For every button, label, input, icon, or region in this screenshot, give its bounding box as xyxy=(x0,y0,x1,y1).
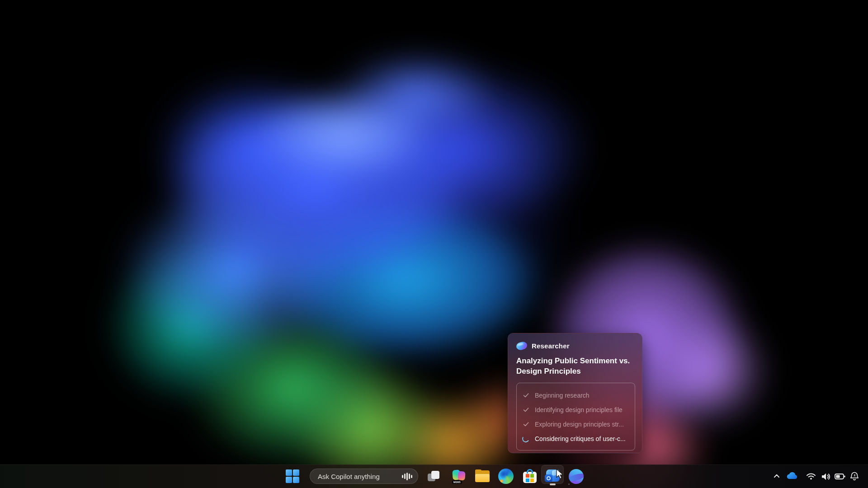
research-step: Beginning research xyxy=(522,388,630,403)
researcher-running-indicator xyxy=(568,483,570,485)
researcher-logo-icon xyxy=(515,341,528,351)
edge-button[interactable] xyxy=(497,467,515,485)
task-view-icon xyxy=(427,469,440,483)
check-icon xyxy=(522,406,529,413)
microsoft-store-icon xyxy=(523,469,537,483)
edge-icon xyxy=(498,469,514,484)
voice-waveform-icon[interactable] xyxy=(402,472,412,481)
hidden-icons-chevron[interactable] xyxy=(770,469,783,483)
search-placeholder: Ask Copilot anything xyxy=(318,473,380,480)
do-not-disturb-bell-icon[interactable]: z xyxy=(848,469,861,483)
onedrive-cloud-icon[interactable] xyxy=(786,469,798,483)
copilot-search-input[interactable]: Ask Copilot anything xyxy=(310,469,418,484)
bloom-wallpaper xyxy=(0,0,868,488)
researcher-planet-icon xyxy=(569,469,584,484)
m365-copilot-icon: M365 xyxy=(451,469,467,484)
microsoft-store-button[interactable] xyxy=(521,467,539,485)
file-explorer-icon xyxy=(475,469,490,483)
battery-icon[interactable] xyxy=(834,469,846,483)
check-icon xyxy=(522,392,529,399)
file-explorer-button[interactable] xyxy=(473,467,491,485)
researcher-flyout[interactable]: Researcher Analyzing Public Sentiment vs… xyxy=(508,333,642,453)
m365-copilot-button[interactable]: M365 xyxy=(450,467,468,485)
research-step: Exploring design principles str... xyxy=(522,417,630,432)
spinner-icon xyxy=(522,435,529,442)
desktop-screen: Researcher Analyzing Public Sentiment vs… xyxy=(0,0,868,488)
research-step-active: Considering critiques of user-c... xyxy=(522,432,630,446)
wifi-icon[interactable] xyxy=(805,469,817,483)
outlook-running-indicator xyxy=(550,483,556,485)
research-step: Identifying design principles file xyxy=(522,403,630,417)
windows-logo-icon xyxy=(286,469,299,483)
outlook-button[interactable] xyxy=(543,467,561,485)
svg-text:z: z xyxy=(854,473,856,477)
research-steps-box: Beginning research Identifying design pr… xyxy=(516,383,635,450)
task-view-button[interactable] xyxy=(425,467,443,485)
researcher-app-button[interactable] xyxy=(567,467,585,485)
outlook-icon xyxy=(544,469,561,484)
volume-icon[interactable] xyxy=(820,469,832,483)
start-button[interactable] xyxy=(285,469,300,484)
m365-badge: M365 xyxy=(452,480,462,484)
check-icon xyxy=(522,421,529,428)
flyout-header: Researcher xyxy=(516,341,635,351)
flyout-title: Analyzing Public Sentiment vs. Design Pr… xyxy=(516,356,632,377)
flyout-app-name: Researcher xyxy=(532,342,570,350)
